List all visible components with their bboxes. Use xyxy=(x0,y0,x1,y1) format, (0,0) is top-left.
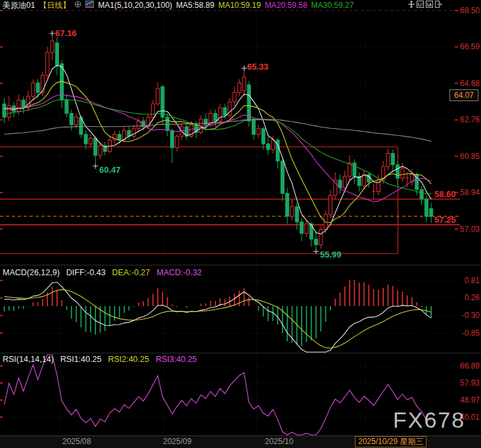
macd-axis-label: 0.81 xyxy=(453,276,480,285)
annotation-low-60: 60.47 xyxy=(99,166,121,174)
chart-toolbar xyxy=(408,1,442,8)
period-label[interactable]: 【日线】 xyxy=(39,0,70,11)
macd-axis-label: 0.26 xyxy=(453,293,480,302)
rsi3-value: RSI3:40.25 xyxy=(156,355,197,364)
price-axis-label: 64.68 xyxy=(453,79,480,88)
chart-app-window: 美原油01 【日线】 MA1(5,10,20,30,100) MA5:58.89… xyxy=(0,0,481,448)
chart-canvas[interactable] xyxy=(0,0,481,448)
settings-icon[interactable] xyxy=(74,0,81,11)
special-price-axis-label: 64.07 xyxy=(449,89,478,101)
ma30-value: MA30:59.27 xyxy=(311,0,354,11)
chart-line-box-icon[interactable] xyxy=(417,1,424,8)
macd-axis-label: -0.85 xyxy=(453,328,480,338)
macd-title[interactable]: MACD(26,12,9) xyxy=(3,268,60,277)
price-axis-label: 66.59 xyxy=(453,42,480,51)
macd-header: MACD(26,12,9) DIFF:-0.43 DEA:-0.27 MACD:… xyxy=(3,268,202,277)
support-line-label: 57.25 xyxy=(434,215,456,224)
rsi-title[interactable]: RSI(14,14,14) xyxy=(3,355,54,364)
resistance-line-label: 58.60 xyxy=(434,190,456,198)
move-cross-icon[interactable] xyxy=(408,1,415,8)
door-arrow-icon[interactable] xyxy=(435,1,442,8)
ma10-value: MA10:59.19 xyxy=(218,0,261,11)
price-axis-label: 57.03 xyxy=(453,225,480,234)
chart-thumbnail-icon[interactable] xyxy=(85,0,94,11)
rsi-header: RSI(14,14,14) RSI1:40.25 RSI2:40.25 RSI3… xyxy=(3,355,196,364)
macd-value: MACD:-0.32 xyxy=(156,268,202,277)
ma5-value: MA5:58.89 xyxy=(176,0,214,11)
ma-group-label[interactable]: MA1(5,10,20,30,100) xyxy=(98,0,172,11)
macd-dea-value: DEA:-0.27 xyxy=(112,268,150,277)
annotation-high-67: 67.16 xyxy=(55,29,77,37)
rsi2-value: RSI2:40.25 xyxy=(108,355,149,364)
macd-diff-value: DIFF:-0.43 xyxy=(66,268,106,277)
ma20-value: MA20:59.58 xyxy=(265,0,308,11)
x-axis-label-sep: 2025/09 xyxy=(163,437,191,446)
chart-bars-box-icon[interactable] xyxy=(426,1,433,8)
rsi-axis-label: 66.89 xyxy=(453,361,480,370)
price-axis-label: 58.94 xyxy=(453,188,480,197)
symbol-name: 美原油01 xyxy=(3,0,35,11)
rsi1-value: RSI1:40.25 xyxy=(60,355,102,364)
x-axis-label-oct: 2025/10 xyxy=(265,437,293,446)
rsi-axis-label: 48.97 xyxy=(453,395,480,405)
price-axis-label: 62.76 xyxy=(453,115,480,124)
rsi-axis-label: 57.93 xyxy=(453,378,480,388)
macd-axis-label: -0.30 xyxy=(453,311,480,320)
price-axis-label: 60.85 xyxy=(453,152,480,161)
annotation-low-55: 55.99 xyxy=(320,250,342,259)
current-date-label: 2025/10/29 星期三 xyxy=(355,436,426,447)
watermark: FX678 xyxy=(393,407,465,433)
annotation-high-65: 65.33 xyxy=(247,62,269,71)
x-axis-label-aug: 2025/08 xyxy=(62,437,91,446)
